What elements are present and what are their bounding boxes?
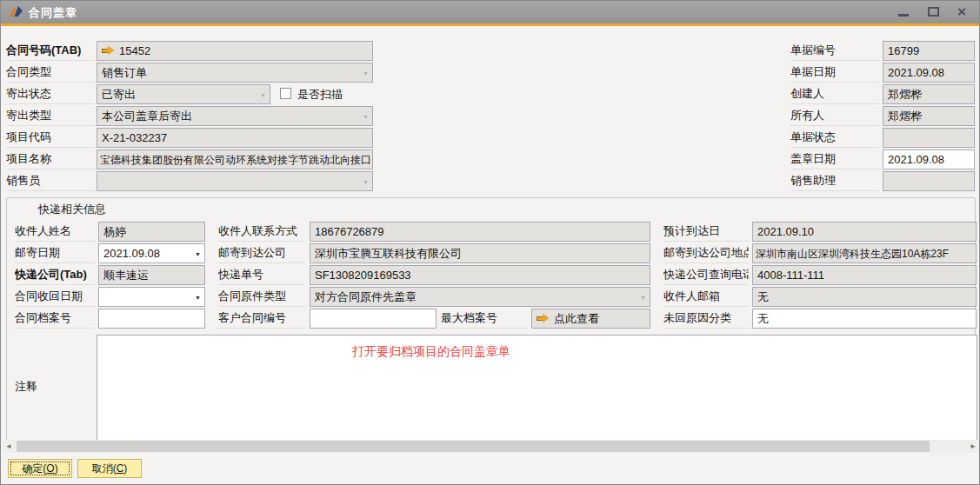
label-contract-return-date: 合同收回日期 [15, 286, 95, 307]
contract-type-select[interactable]: 销售订单 ▼ [97, 63, 373, 83]
project-name-value: 宝德科技集团股份有限公司动环系统对接字节跳动北向接口 [100, 154, 371, 166]
label-max-file-number: 最大档案号 [441, 308, 528, 329]
doc-date-value: 2021.09.08 [888, 66, 944, 79]
contract-return-date-combo[interactable]: ▼ [98, 287, 205, 307]
label-courier-phone: 快递公司查询电话 [663, 264, 749, 285]
recipient-email-value: 无 [757, 290, 769, 303]
recipient-contact-value: 18676726879 [315, 225, 384, 238]
label-contract-file-number: 合同档案号 [15, 308, 95, 329]
chevron-down-icon[interactable]: ▼ [195, 289, 201, 307]
courier-phone-field[interactable]: 4008-111-111 [752, 265, 977, 285]
send-type-value: 本公司盖章后寄出 [102, 110, 192, 123]
label-send-type: 寄出类型 [6, 105, 95, 126]
original-type-select[interactable]: 对方合同原件先盖章 ▼ [310, 287, 650, 307]
label-creator: 创建人 [790, 83, 879, 104]
express-group-title: 快递相关信息 [38, 202, 106, 217]
contract-number-field[interactable]: 15452 [97, 41, 373, 61]
label-salesperson: 销售员 [6, 170, 95, 191]
send-status-select[interactable]: 已寄出 ▼ [97, 84, 270, 104]
scanned-checkbox-label: 是否扫描 [297, 84, 343, 104]
label-sales-assistant: 销售助理 [790, 170, 879, 191]
contract-stamp-dialog: 合同盖章 × 合同号码(TAB) 15452 合同类型 销售订单 ▼ 寄出状态 … [0, 0, 980, 485]
label-doc-date: 单据日期 [790, 62, 879, 83]
ok-button-label: 确定( [22, 462, 46, 475]
chevron-down-icon: ▼ [260, 86, 266, 104]
label-send-status: 寄出状态 [6, 83, 95, 104]
notes-text: 打开要归档项目的合同盖章单 [352, 344, 510, 360]
scanned-checkbox[interactable] [280, 88, 291, 99]
doc-status-field[interactable] [883, 128, 975, 148]
courier-company-value: 顺丰速运 [103, 269, 149, 282]
maximize-icon [928, 7, 939, 17]
label-customer-contract-number: 客户合同编号 [218, 308, 305, 329]
minimize-button[interactable] [893, 3, 914, 21]
expected-arrival-field[interactable]: 2021.09.10 [752, 222, 977, 242]
tracking-number-value: SF1308209169533 [315, 269, 411, 282]
scroll-right-icon[interactable]: ► [967, 440, 979, 453]
scroll-left-icon[interactable]: ◄ [3, 440, 15, 453]
customer-contract-number-input[interactable] [310, 309, 437, 329]
maximize-button[interactable] [923, 3, 943, 21]
label-original-type: 合同原件类型 [218, 286, 305, 307]
doc-number-value: 16799 [888, 44, 919, 57]
tracking-number-field[interactable]: SF1308209169533 [310, 265, 650, 285]
chevron-down-icon: ▼ [640, 289, 646, 307]
title-bar: 合同盖章 × [1, 1, 979, 23]
no-return-reason-field[interactable]: 无 [752, 309, 977, 329]
link-arrow-icon[interactable] [102, 46, 114, 56]
owner-value: 郑熠桦 [888, 110, 922, 123]
ok-button[interactable]: 确定(O) [8, 459, 72, 478]
doc-number-field[interactable]: 16799 [883, 41, 975, 61]
label-courier-company: 快递公司(Tab) [15, 264, 95, 285]
creator-field[interactable]: 郑熠桦 [883, 84, 975, 104]
dialog-title: 合同盖章 [29, 5, 77, 21]
accent-line [1, 23, 979, 26]
close-button[interactable]: × [951, 3, 972, 21]
mail-to-address-field[interactable]: 深圳市南山区深圳湾科技生态园10A栋23F [752, 243, 977, 263]
doc-date-field[interactable]: 2021.09.08 [883, 63, 975, 83]
salesperson-select[interactable]: ▼ [97, 171, 373, 191]
notes-textarea[interactable]: 打开要归档项目的合同盖章单 [97, 335, 977, 445]
label-mail-date: 邮寄日期 [15, 242, 95, 263]
chevron-down-icon[interactable]: ▼ [195, 245, 201, 263]
creator-value: 郑熠桦 [888, 88, 922, 101]
label-mail-to-company: 邮寄到达公司 [218, 242, 305, 263]
recipient-name-field[interactable]: 杨婷 [98, 222, 205, 242]
mail-to-address-value: 深圳市南山区深圳湾科技生态园10A栋23F [756, 248, 949, 260]
stamp-date-input[interactable]: 2021.09.08 [883, 149, 975, 169]
send-status-value: 已寄出 [102, 88, 136, 101]
recipient-contact-field[interactable]: 18676726879 [310, 222, 650, 242]
label-stamp-date: 盖章日期 [790, 149, 879, 169]
cancel-button-label: 取消( [92, 462, 117, 475]
chevron-down-icon: ▼ [363, 64, 369, 83]
mail-to-company-field[interactable]: 深圳市宝腾互联科技有限公司 [310, 243, 650, 263]
max-file-number-link[interactable]: 点此查看 [531, 309, 650, 329]
horizontal-scrollbar[interactable]: ◄ ► [3, 440, 979, 453]
view-here-link[interactable]: 点此查看 [554, 312, 599, 325]
send-type-select[interactable]: 本公司盖章后寄出 ▼ [97, 106, 373, 126]
scrollbar-thumb[interactable] [17, 441, 930, 452]
mail-date-combo[interactable]: 2021.09.08 ▼ [98, 243, 205, 263]
label-owner: 所有人 [790, 105, 879, 126]
courier-company-field[interactable]: 顺丰速运 [98, 265, 205, 285]
owner-field[interactable]: 郑熠桦 [883, 106, 975, 126]
label-contract-type: 合同类型 [6, 62, 95, 83]
stamp-date-value: 2021.09.08 [888, 153, 944, 166]
link-arrow-icon[interactable] [537, 314, 549, 323]
label-project-code: 项目代码 [6, 127, 95, 148]
label-mail-to-address: 邮寄到达公司地点 [663, 242, 749, 263]
label-doc-status: 单据状态 [790, 127, 879, 148]
label-notes: 注释 [15, 376, 95, 397]
recipient-email-field[interactable]: 无 [752, 287, 977, 307]
contract-number-value: 15452 [119, 44, 150, 57]
contract-type-value: 销售订单 [102, 66, 147, 79]
label-project-name: 项目名称 [6, 149, 95, 169]
mail-to-company-value: 深圳市宝腾互联科技有限公司 [315, 247, 462, 260]
project-code-field[interactable]: X-21-032237 [97, 128, 373, 148]
project-name-field[interactable]: 宝德科技集团股份有限公司动环系统对接字节跳动北向接口 [97, 149, 373, 169]
sales-assistant-field[interactable] [883, 171, 975, 191]
label-recipient-contact: 收件人联系方式 [218, 221, 305, 242]
cancel-button[interactable]: 取消(C) [77, 459, 142, 478]
label-no-return-reason: 未回原因分类 [663, 308, 749, 329]
contract-file-number-input[interactable] [98, 309, 205, 329]
